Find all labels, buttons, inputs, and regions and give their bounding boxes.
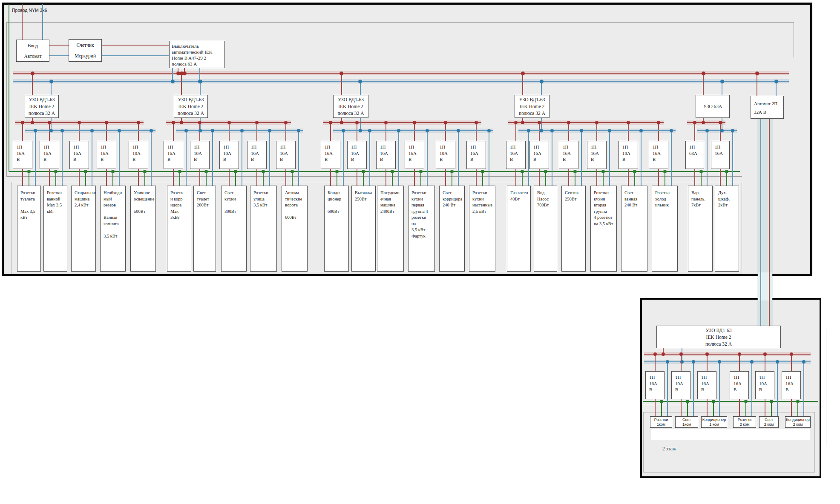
junction-phase — [31, 72, 35, 75]
junction-ground — [111, 170, 115, 173]
breaker-box: 1П 16А В — [347, 141, 367, 169]
wire-neutral — [212, 131, 213, 186]
junction-phase — [180, 121, 183, 124]
wire-neutral — [62, 131, 63, 186]
wire-phase — [791, 354, 792, 371]
rcd-box: УЗО ВД1-63 IEK Home 2 полюса 32 А — [174, 95, 208, 118]
breaker-box: 1П 16А В — [649, 141, 668, 169]
wire-phase — [707, 354, 708, 371]
junction-phase — [339, 72, 343, 75]
junction-phase — [763, 352, 767, 356]
floor2-breaker-box: 1П 16А В — [697, 371, 716, 399]
junction-ground — [796, 400, 800, 403]
wire-ground — [665, 172, 665, 186]
junction-neutral — [358, 80, 362, 83]
junction-phase — [444, 121, 447, 124]
junction-ground — [660, 400, 663, 403]
wire-ground — [713, 401, 714, 416]
frame-line — [826, 329, 826, 446]
junction-ground — [481, 170, 484, 173]
junction-phase — [657, 121, 660, 124]
junction-ground — [143, 170, 147, 173]
wire-phase — [707, 399, 708, 416]
wire-ground — [797, 401, 798, 416]
junction-phase — [31, 121, 34, 124]
wire-neutral — [343, 131, 344, 186]
breaker-box: 1П 16А В — [587, 141, 607, 169]
breaker-box: 1П 16А В — [376, 141, 396, 169]
junction-phase — [48, 121, 51, 124]
junction-ground — [573, 170, 577, 173]
junction-neutral — [184, 129, 188, 132]
wire-neutral — [751, 362, 752, 416]
load-box: Посудомо ечная машина 2400Вт — [377, 186, 404, 272]
wire-phase — [49, 169, 50, 186]
breaker-box: 1П 16А — [711, 141, 730, 169]
junction-phase — [284, 121, 288, 124]
junction-neutral — [705, 129, 709, 132]
wire-phase — [330, 169, 331, 186]
meter-box: Счетчик Меркурий — [69, 39, 102, 62]
junction-phase — [180, 72, 184, 75]
wire-ground — [292, 172, 293, 186]
load-box: Розетк и корр идора Мак 3кВт — [167, 186, 191, 272]
floor2-breaker-box: 1П 10А В — [671, 371, 690, 399]
wire-ground — [29, 172, 29, 186]
junction-neutral — [639, 129, 643, 132]
wire-ground — [701, 172, 702, 186]
junction-ground — [27, 170, 31, 173]
junction-phase — [719, 121, 722, 124]
floor2-rcd-box: УЗО ВД1-63 IEK Home 2 полюса 32 А — [656, 326, 781, 348]
wire-phase — [22, 169, 23, 186]
junction-phase — [355, 121, 359, 124]
wire-ground — [55, 172, 56, 186]
group-phase-bus-wire — [508, 122, 664, 123]
frame-line — [6, 22, 794, 23]
wire-ground — [363, 172, 364, 186]
main-breaker-box: Выключатель автоматический IEK Home B A4… — [169, 41, 225, 68]
floor2-load-box: Свет 1ком — [675, 416, 698, 428]
wire-phase — [229, 169, 230, 186]
breaker-box: 1П 10А В — [219, 141, 239, 169]
wire-neutral — [186, 131, 187, 186]
junction-phase — [198, 121, 201, 124]
wire-ground — [726, 172, 727, 186]
junction-phase — [567, 121, 570, 124]
wire-phase — [694, 169, 695, 186]
wire-phase — [539, 169, 540, 186]
breaker-box: 1П 16А В — [405, 141, 424, 169]
wire-neutral — [489, 131, 489, 186]
wire-ground — [263, 172, 264, 186]
wire-phase — [445, 169, 446, 186]
wire-phase — [658, 169, 659, 186]
junction-neutral — [49, 80, 53, 83]
load-box: Конди ционер 600Вт — [324, 186, 349, 272]
junction-phase — [755, 72, 759, 75]
breaker-box: 1П 16А В — [97, 141, 116, 169]
junction-neutral — [118, 129, 121, 132]
wire-neutral — [693, 362, 694, 416]
junction-ground — [633, 170, 636, 173]
junction-phase — [738, 352, 741, 356]
breaker-box: 1П 16А В — [321, 141, 340, 169]
wire-neutral — [581, 131, 582, 186]
breaker-box: 1П 10А В — [436, 141, 455, 169]
junction-phase — [329, 121, 332, 124]
wire-phase — [106, 169, 107, 186]
junction-neutral — [540, 80, 544, 83]
wire-neutral — [398, 131, 399, 186]
wire-neutral — [427, 131, 428, 186]
wire-ground — [85, 172, 86, 186]
junction-phase — [137, 121, 140, 124]
junction-phase — [172, 121, 175, 124]
junction-neutral — [718, 360, 721, 364]
breaker-box: 1П 16А В — [69, 141, 89, 169]
floor2-feed-neutral-wire — [760, 119, 761, 326]
wire-neutral — [458, 131, 459, 186]
wire-neutral — [92, 131, 92, 186]
breaker-box: 1П 16А В — [13, 141, 32, 169]
wire-phase — [138, 169, 139, 186]
wire-phase — [596, 169, 597, 186]
junction-ground — [544, 170, 547, 173]
wire-ground — [687, 401, 688, 416]
